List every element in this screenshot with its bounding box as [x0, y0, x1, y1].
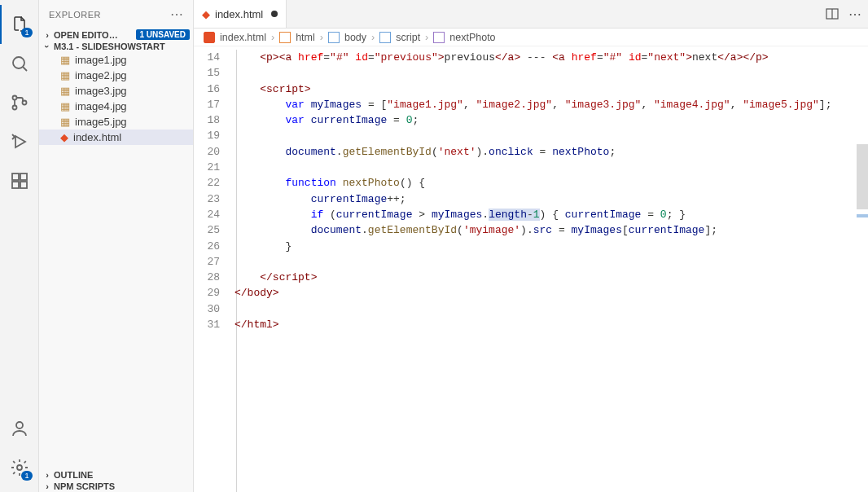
scrollbar-thumb[interactable]: [857, 144, 868, 209]
code-editor[interactable]: 141516171819202122232425262728293031 <p>…: [194, 46, 868, 492]
chevron-right-icon: ›: [41, 30, 54, 40]
file-name: image2.jpg: [75, 69, 127, 81]
activity-bar: 1 1: [0, 0, 39, 492]
symbol-icon: [379, 32, 391, 43]
open-editors-section[interactable]: › OPEN EDITO… 1 UNSAVED: [39, 29, 193, 41]
editor-area: ◆ index.html ⋯ index.html › html › body …: [194, 0, 868, 492]
file-item[interactable]: ◆index.html: [39, 130, 193, 145]
file-name: image3.jpg: [75, 85, 127, 97]
image-file-icon: ▦: [60, 69, 70, 81]
svg-point-3: [22, 101, 26, 105]
svg-point-9: [17, 465, 22, 470]
code-content[interactable]: <p><a href="#" id="previous">previous</a…: [235, 46, 868, 492]
breadcrumb-file: index.html: [220, 32, 266, 43]
project-section[interactable]: › M3.1 - SLIDESHOWSTART: [39, 41, 193, 52]
file-item[interactable]: ▦image3.jpg: [39, 83, 193, 99]
outline-section[interactable]: › OUTLINE: [39, 469, 193, 481]
tabs-bar: ◆ index.html ⋯: [194, 0, 868, 29]
svg-rect-5: [12, 182, 19, 188]
activity-explorer-icon[interactable]: 1: [0, 5, 39, 44]
chevron-right-icon: ›: [425, 32, 428, 43]
file-list: ▦image1.jpg▦image2.jpg▦image3.jpg▦image4…: [39, 52, 193, 145]
modified-dot-icon: [271, 11, 278, 17]
selection-marker: [857, 214, 868, 217]
file-item[interactable]: ▦image5.jpg: [39, 114, 193, 130]
image-file-icon: ▦: [60, 116, 70, 128]
unsaved-badge: 1 UNSAVED: [136, 29, 191, 40]
project-label: M3.1 - SLIDESHOWSTART: [54, 42, 165, 51]
chevron-right-icon: ›: [271, 32, 274, 43]
activity-account-icon[interactable]: [0, 409, 39, 448]
file-name: image5.jpg: [75, 116, 127, 128]
overview-ruler[interactable]: [857, 46, 868, 492]
symbol-icon: [328, 32, 340, 43]
svg-rect-7: [20, 174, 27, 180]
file-item[interactable]: ▦image2.jpg: [39, 68, 193, 83]
file-name: index.html: [73, 131, 121, 143]
tab-label: index.html: [215, 8, 263, 20]
svg-rect-4: [12, 174, 19, 180]
image-file-icon: ▦: [60, 100, 70, 112]
sidebar-header: EXPLORER ⋯: [39, 0, 193, 29]
breadcrumb-part: html: [296, 32, 315, 43]
chevron-down-icon: ›: [42, 40, 52, 53]
file-name: image1.jpg: [75, 54, 127, 66]
activity-settings-icon[interactable]: 1: [0, 448, 39, 487]
chevron-right-icon: ›: [41, 481, 54, 491]
split-editor-icon[interactable]: [826, 7, 839, 20]
sidebar-title: EXPLORER: [49, 10, 101, 20]
open-editors-label: OPEN EDITO…: [54, 30, 118, 40]
svg-point-1: [12, 96, 16, 100]
activity-source-control-icon[interactable]: [0, 83, 39, 122]
chevron-right-icon: ›: [41, 470, 54, 480]
svg-rect-6: [20, 182, 27, 188]
svg-point-0: [13, 57, 24, 68]
activity-search-icon[interactable]: [0, 44, 39, 83]
outline-label: OUTLINE: [54, 470, 93, 480]
activity-debug-icon[interactable]: [0, 122, 39, 161]
chevron-right-icon: ›: [320, 32, 323, 43]
npm-label: NPM SCRIPTS: [54, 481, 115, 491]
chevron-right-icon: ›: [371, 32, 375, 43]
sidebar-menu-icon[interactable]: ⋯: [170, 7, 184, 22]
svg-point-8: [16, 422, 23, 428]
image-file-icon: ▦: [60, 54, 70, 66]
tab-index-html[interactable]: ◆ index.html: [194, 0, 287, 28]
html-file-icon: ◆: [60, 131, 68, 143]
image-file-icon: ▦: [60, 85, 70, 97]
more-actions-icon[interactable]: ⋯: [848, 7, 861, 22]
activity-extensions-icon[interactable]: [0, 161, 39, 200]
breadcrumb-part: body: [344, 32, 366, 43]
tab-actions: ⋯: [819, 0, 868, 28]
breadcrumb-part: script: [396, 32, 420, 43]
html-file-icon: ◆: [202, 8, 210, 20]
npm-scripts-section[interactable]: › NPM SCRIPTS: [39, 481, 193, 492]
html-file-icon: [204, 32, 215, 43]
svg-point-2: [12, 106, 16, 110]
file-item[interactable]: ▦image4.jpg: [39, 99, 193, 114]
file-item[interactable]: ▦image1.jpg: [39, 52, 193, 68]
file-name: image4.jpg: [75, 100, 127, 112]
symbol-icon: [433, 32, 445, 43]
breadcrumb[interactable]: index.html › html › body › script › next…: [194, 29, 868, 46]
sidebar: EXPLORER ⋯ › OPEN EDITO… 1 UNSAVED › M3.…: [39, 0, 194, 492]
symbol-icon: [279, 32, 291, 43]
breadcrumb-part: nextPhoto: [449, 32, 495, 43]
line-gutter: 141516171819202122232425262728293031: [194, 46, 235, 492]
